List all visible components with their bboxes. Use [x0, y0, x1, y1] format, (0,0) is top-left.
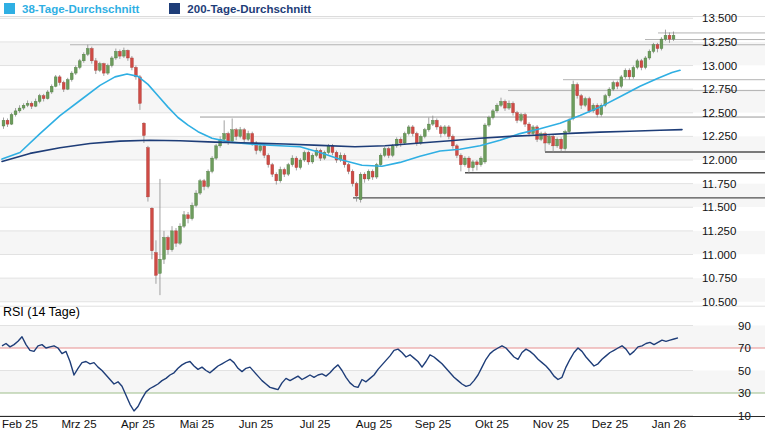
svg-text:11.250: 11.250: [702, 225, 736, 237]
svg-text:90: 90: [738, 320, 751, 332]
rsi-panel-title: RSI (14 Tage): [3, 305, 80, 319]
x-axis-labels: Feb 25Mrz 25Apr 25Mai 25Jun 25Jul 25Aug …: [2, 418, 686, 430]
svg-text:Aug 25: Aug 25: [356, 418, 392, 430]
legend-item-ma38[interactable]: 38-Tage-Durchschnitt: [4, 3, 139, 15]
svg-text:30: 30: [738, 387, 751, 399]
svg-text:11.750: 11.750: [702, 178, 736, 190]
legend-item-ma200[interactable]: 200-Tage-Durchschnitt: [169, 3, 311, 15]
svg-text:Mrz 25: Mrz 25: [61, 418, 96, 430]
svg-text:12.250: 12.250: [702, 130, 737, 142]
svg-text:11.000: 11.000: [702, 249, 736, 261]
legend-label-ma38: 38-Tage-Durchschnitt: [22, 3, 139, 15]
svg-text:Sep 25: Sep 25: [415, 418, 451, 430]
ma200-swatch-icon: [169, 3, 180, 14]
svg-text:70: 70: [738, 342, 751, 354]
stock-chart-widget: 13.50013.25013.00012.75012.50012.25012.0…: [0, 0, 765, 430]
svg-text:11.500: 11.500: [702, 201, 736, 213]
svg-text:13.250: 13.250: [702, 36, 737, 48]
svg-text:Mai 25: Mai 25: [180, 418, 215, 430]
svg-text:50: 50: [738, 365, 751, 377]
svg-text:Feb 25: Feb 25: [2, 418, 38, 430]
svg-text:Apr 25: Apr 25: [121, 418, 155, 430]
svg-text:12.750: 12.750: [702, 83, 737, 95]
ma38-swatch-icon: [4, 3, 15, 14]
svg-text:10.750: 10.750: [702, 272, 737, 284]
svg-text:13.000: 13.000: [702, 60, 737, 72]
svg-text:12.000: 12.000: [702, 154, 737, 166]
svg-text:13.500: 13.500: [702, 12, 737, 24]
svg-text:Dez 25: Dez 25: [592, 418, 628, 430]
svg-text:Jan 26: Jan 26: [652, 418, 687, 430]
svg-text:Jun 25: Jun 25: [239, 418, 274, 430]
svg-text:Jul 25: Jul 25: [300, 418, 331, 430]
svg-text:12.500: 12.500: [702, 107, 737, 119]
svg-text:Nov 25: Nov 25: [533, 418, 569, 430]
chart-legend: 38-Tage-Durchschnitt 200-Tage-Durchschni…: [4, 1, 341, 16]
svg-text:10: 10: [738, 410, 751, 422]
svg-text:10.500: 10.500: [702, 296, 737, 308]
chart-canvas: 13.50013.25013.00012.75012.50012.25012.0…: [0, 0, 765, 430]
svg-text:Okt 25: Okt 25: [475, 418, 509, 430]
legend-label-ma200: 200-Tage-Durchschnitt: [187, 3, 311, 15]
